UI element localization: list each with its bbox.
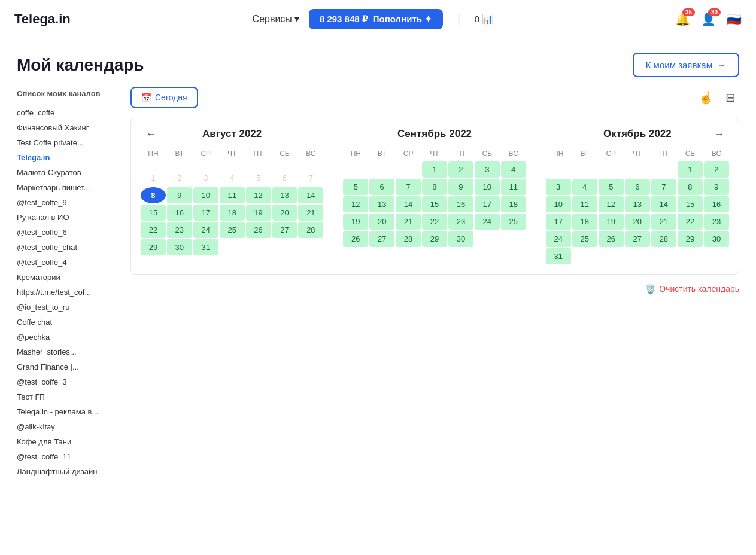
calendar-day[interactable]: 24 (193, 222, 218, 238)
sidebar-item[interactable]: coffe_coffe (17, 105, 121, 120)
services-button[interactable]: Сервисы ▾ (253, 13, 299, 25)
calendar-day[interactable]: 9 (448, 179, 473, 195)
my-apps-button[interactable]: К моим заявкам → (633, 53, 739, 77)
calendar-day[interactable]: 4 (572, 179, 597, 195)
calendar-day[interactable]: 24 (475, 214, 500, 230)
sidebar-item[interactable]: Coffe chat (17, 315, 121, 330)
calendar-day[interactable]: 26 (343, 231, 368, 247)
calendar-day[interactable]: 24 (546, 231, 571, 247)
sidebar-item[interactable]: @io_test_to_ru (17, 300, 121, 315)
calendar-day[interactable]: 30 (167, 239, 192, 255)
calendar-day[interactable]: 14 (651, 196, 676, 212)
calendar-day[interactable]: 6 (625, 179, 650, 195)
sidebar-item[interactable]: Тест ГП (17, 389, 121, 404)
sidebar-item[interactable]: @test_coffe_11 (17, 449, 121, 464)
calendar-day[interactable]: 31 (193, 239, 218, 255)
calendar-day[interactable]: 29 (141, 239, 166, 255)
sidebar-item[interactable]: @test_coffe_6 (17, 225, 121, 240)
calendar-day[interactable]: 26 (246, 222, 271, 238)
calendar-day[interactable]: 13 (272, 187, 297, 203)
next-month-button[interactable]: → (709, 126, 729, 143)
calendar-day[interactable]: 14 (298, 187, 323, 203)
calendar-day[interactable]: 3 (193, 170, 218, 186)
calendar-day[interactable]: 16 (167, 205, 192, 221)
balance-button[interactable]: 8 293 848 ₽ Пополнить ✦ (309, 9, 443, 29)
calendar-day[interactable]: 20 (272, 205, 297, 221)
sidebar-item[interactable]: @alik-kitay (17, 419, 121, 434)
sidebar-item[interactable]: @test_coffe_4 (17, 255, 121, 270)
calendar-day[interactable]: 6 (272, 170, 297, 186)
calendar-day[interactable]: 17 (546, 214, 571, 230)
calendar-day[interactable]: 12 (343, 196, 368, 212)
calendar-day[interactable]: 1 (678, 161, 703, 178)
calendar-day[interactable]: 18 (572, 214, 597, 230)
calendar-day[interactable]: 19 (246, 205, 271, 221)
sidebar-item[interactable]: @pechka (17, 330, 121, 344)
calendar-day[interactable]: 25 (220, 222, 245, 238)
calendar-day[interactable]: 7 (651, 179, 676, 195)
calendar-day[interactable]: 8 (678, 179, 703, 195)
calendar-day[interactable]: 1 (141, 170, 166, 186)
sidebar-item[interactable]: @test_coffe_9 (17, 195, 121, 210)
sidebar-item[interactable]: Telega.in - реклама в... (17, 404, 121, 419)
calendar-day[interactable]: 8 (141, 187, 166, 203)
calendar-day[interactable]: 15 (678, 196, 703, 212)
calendar-day[interactable]: 8 (422, 179, 447, 195)
calendar-day[interactable]: 2 (704, 161, 729, 178)
calendar-day[interactable]: 18 (501, 196, 526, 212)
sidebar-item[interactable]: Крематорий (17, 270, 121, 285)
calendar-day[interactable]: 21 (298, 205, 323, 221)
today-button[interactable]: 📅 Сегодня (130, 87, 198, 108)
calendar-day[interactable]: 11 (572, 196, 597, 212)
calendar-day[interactable]: 26 (599, 231, 624, 247)
calendar-day[interactable]: 27 (625, 231, 650, 247)
touch-icon-button[interactable]: ☝️ (695, 87, 717, 108)
calendar-day[interactable]: 23 (448, 214, 473, 230)
calendar-day[interactable]: 28 (298, 222, 323, 238)
prev-month-button[interactable]: ← (141, 126, 161, 143)
notifications-button[interactable]: 🔔 35 (675, 12, 690, 26)
clear-calendar-button[interactable]: 🗑️ Очистить календарь (645, 284, 739, 294)
sidebar-item[interactable]: Grand Finance |... (17, 359, 121, 374)
calendar-day[interactable]: 7 (298, 170, 323, 186)
calendar-day[interactable]: 12 (599, 196, 624, 212)
calendar-day[interactable]: 5 (246, 170, 271, 186)
calendar-day[interactable]: 3 (475, 161, 500, 178)
calendar-day[interactable]: 6 (369, 179, 394, 195)
calendar-day[interactable]: 14 (396, 196, 421, 212)
calendar-day[interactable]: 21 (651, 214, 676, 230)
calendar-day[interactable]: 5 (599, 179, 624, 195)
calendar-day[interactable]: 30 (704, 231, 729, 247)
sidebar-item[interactable]: Masher_stories... (17, 344, 121, 359)
sidebar-item[interactable]: @test_coffe_chat (17, 240, 121, 255)
calendar-day[interactable]: 4 (501, 161, 526, 178)
calendar-day[interactable]: 3 (546, 179, 571, 195)
calendar-day[interactable]: 22 (678, 214, 703, 230)
calendar-day[interactable]: 17 (475, 196, 500, 212)
calendar-day[interactable]: 4 (220, 170, 245, 186)
calendar-day[interactable]: 10 (475, 179, 500, 195)
language-flag[interactable]: 🇷🇺 (727, 12, 742, 26)
calendar-day[interactable]: 13 (369, 196, 394, 212)
sidebar-item[interactable]: Маркетварь пишет... (17, 180, 121, 195)
calendar-day[interactable]: 15 (141, 205, 166, 221)
calendar-day[interactable]: 27 (369, 231, 394, 247)
calendar-day[interactable]: 22 (141, 222, 166, 238)
calendar-day[interactable]: 25 (501, 214, 526, 230)
calendar-day[interactable]: 28 (651, 231, 676, 247)
calendar-day[interactable]: 12 (246, 187, 271, 203)
calendar-day[interactable]: 30 (448, 231, 473, 247)
calendar-day[interactable]: 29 (422, 231, 447, 247)
calendar-day[interactable]: 7 (396, 179, 421, 195)
calendar-day[interactable]: 13 (625, 196, 650, 212)
calendar-day[interactable]: 2 (448, 161, 473, 178)
calendar-day[interactable]: 23 (167, 222, 192, 238)
calendar-day[interactable]: 29 (678, 231, 703, 247)
calendar-day[interactable]: 9 (704, 179, 729, 195)
calendar-day[interactable]: 9 (167, 187, 192, 203)
calendar-day[interactable]: 10 (193, 187, 218, 203)
calendar-day[interactable]: 1 (422, 161, 447, 178)
calendar-day[interactable]: 31 (546, 248, 571, 264)
calendar-day[interactable]: 28 (396, 231, 421, 247)
sidebar-item[interactable]: Telega.in (17, 150, 121, 165)
